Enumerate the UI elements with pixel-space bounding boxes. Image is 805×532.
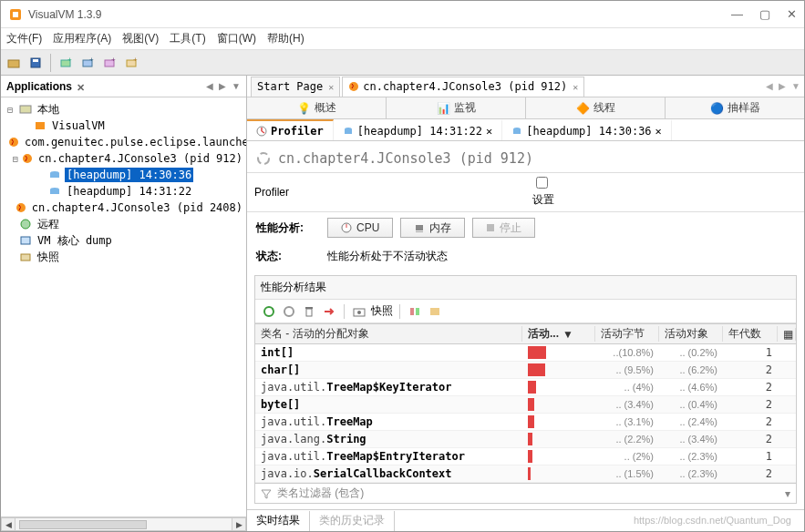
tree-twisty-icon[interactable]: ⊟ [13,154,18,164]
tree-twisty-icon[interactable]: ⊟ [5,105,15,115]
col-generations[interactable]: 年代数 [723,326,778,342]
menu-help[interactable]: 帮助(H) [267,31,304,46]
table-row[interactable]: int[]..(10.8%).. (0.2%)1 [255,344,796,362]
panel-nav-left-icon[interactable]: ◀ [206,81,213,91]
tree-node[interactable]: VisualVM [3,118,244,134]
add-snapshot-icon[interactable]: + [100,54,119,72]
heap-icon [47,169,62,181]
svg-text:+: + [67,56,72,64]
col-live[interactable]: 活动... ▼ [522,326,595,342]
export-icon[interactable] [321,303,337,320]
scroll-right-icon[interactable]: ▶ [232,517,246,531]
svg-rect-44 [430,308,439,315]
table-row[interactable]: java.util.TreeMap$KeyIterator.. (4%).. (… [255,379,796,396]
menu-view[interactable]: 视图(V) [122,31,159,46]
tab-threads[interactable]: 🔶线程 [526,97,666,118]
tree-label: com.genuitec.pulse.eclipse.launche [23,135,246,149]
svg-point-37 [284,307,294,316]
editor-menu-icon[interactable]: ▼ [791,81,800,91]
perf-analysis-label: 性能分析: [256,220,320,236]
tree-node[interactable]: [heapdump] 14:31:22 [3,183,244,200]
tab-realtime-results[interactable]: 实时结果 [247,511,310,531]
save-icon[interactable] [26,54,45,72]
applications-tab[interactable]: Applications ✕ [6,80,88,93]
editor-nav-right-icon[interactable]: ▶ [779,81,786,91]
tree-node[interactable]: 快照 [3,249,244,265]
class-filter[interactable]: 类名过滤器 (包含) ▾ [255,483,796,503]
stop-button[interactable]: 停止 [472,218,535,238]
close-panel-icon[interactable]: ✕ [77,82,85,94]
close-button[interactable]: ✕ [787,7,797,21]
cpu-icon [341,222,352,233]
close-tab-icon[interactable]: ✕ [328,82,334,92]
col-livebytes[interactable]: 活动字节 [595,326,659,342]
table-row[interactable]: java.lang.String.. (2.2%).. (3.4%)2 [255,431,796,448]
menu-applications[interactable]: 应用程序(A) [53,31,111,46]
tree-node[interactable]: VM 核心 dump [3,232,244,249]
tab-monitor[interactable]: 📊监视 [387,97,526,118]
table-row[interactable]: char[].. (9.5%).. (6.2%)2 [255,362,796,379]
close-icon[interactable]: ✕ [486,125,492,138]
svg-point-16 [23,154,32,163]
results-title: 性能分析结果 [255,276,796,300]
menu-window[interactable]: 窗口(W) [217,31,256,46]
tab-jconsole3[interactable]: cn.chapter4.JConsole3 (pid 912) ✕ [342,77,584,97]
table-row[interactable]: byte[].. (3.4%).. (0.4%)2 [255,396,796,414]
snapshot-icon[interactable] [351,303,367,320]
svg-point-21 [16,203,26,212]
dump-icon [18,234,33,247]
subtab-heapdump-2[interactable]: [heapdump] 14:30:36 ✕ [502,119,672,140]
tree-node[interactable]: ⊟本地 [3,101,244,118]
menu-tools[interactable]: 工具(T) [170,31,205,46]
tree-node[interactable]: cn.chapter4.JConsole3 (pid 2408) [3,200,244,216]
tab-start-page[interactable]: Start Page ✕ [251,77,340,97]
toggle2-icon[interactable] [427,303,443,320]
settings-checkbox[interactable] [536,177,548,189]
tree-label: VisualVM [50,118,107,133]
tree-label: cn.chapter4.JConsole3 (pid 2408) [30,200,244,215]
tree-hscrollbar[interactable]: ◀ ▶ [1,517,246,531]
add-coredump-icon[interactable]: + [122,54,140,72]
col-config-icon[interactable]: ▦ [778,328,796,341]
col-liveobjs[interactable]: 活动对象 [659,326,723,342]
refresh-icon[interactable] [261,303,277,320]
subtab-profiler[interactable]: Profiler [247,119,334,140]
table-row[interactable]: java.util.TreeMap.. (3.1%).. (2.4%)2 [255,414,796,431]
editor-nav-left-icon[interactable]: ◀ [766,81,773,91]
svg-rect-4 [33,59,38,62]
editor-tabbar: Start Page ✕ cn.chapter4.JConsole3 (pid … [247,76,804,97]
add-host-icon[interactable]: + [57,54,75,72]
toggle1-icon[interactable] [407,303,423,320]
memory-button[interactable]: 内存 [400,218,465,238]
snapshot-label: 快照 [371,303,393,319]
tab-overview[interactable]: 💡概述 [247,97,387,118]
col-classname[interactable]: 类名 - 活动的分配对象 [255,326,522,342]
filter-dropdown-icon[interactable]: ▾ [785,487,790,500]
open-icon[interactable] [5,54,23,72]
svg-rect-24 [21,254,30,261]
close-tab-icon[interactable]: ✕ [573,82,578,92]
subtab-heapdump-1[interactable]: [heapdump] 14:31:22 ✕ [334,119,503,140]
tab-class-history[interactable]: 类的历史记录 [310,511,395,531]
menu-file[interactable]: 文件(F) [6,31,42,46]
autorefresh-icon[interactable] [281,303,297,320]
maximize-button[interactable]: ▢ [759,7,770,21]
tree-node[interactable]: [heapdump] 14:30:36 [3,167,244,183]
add-jmx-icon[interactable]: + [78,54,97,72]
minimize-button[interactable]: — [731,7,743,21]
tree-node[interactable]: com.genuitec.pulse.eclipse.launche [3,134,244,150]
tree-node[interactable]: 远程 [3,216,244,232]
tab-sampler[interactable]: 🔵抽样器 [666,97,804,118]
applications-tree[interactable]: ⊟本地VisualVMcom.genuitec.pulse.eclipse.la… [1,97,246,517]
cpu-button[interactable]: CPU [327,218,393,238]
svg-rect-33 [416,225,423,230]
close-icon[interactable]: ✕ [655,125,662,138]
scroll-left-icon[interactable]: ◀ [1,517,15,531]
tree-node[interactable]: ⊟cn.chapter4.JConsole3 (pid 912) [3,150,244,167]
delete-icon[interactable] [301,303,317,320]
table-row[interactable]: java.util.TreeMap$EntryIterator.. (2%)..… [255,448,796,466]
svg-rect-13 [20,106,31,113]
panel-nav-right-icon[interactable]: ▶ [219,81,226,91]
table-row[interactable]: java.io.SerialCallbackContext.. (1.5%)..… [255,466,796,483]
panel-menu-icon[interactable]: ▼ [232,81,241,91]
